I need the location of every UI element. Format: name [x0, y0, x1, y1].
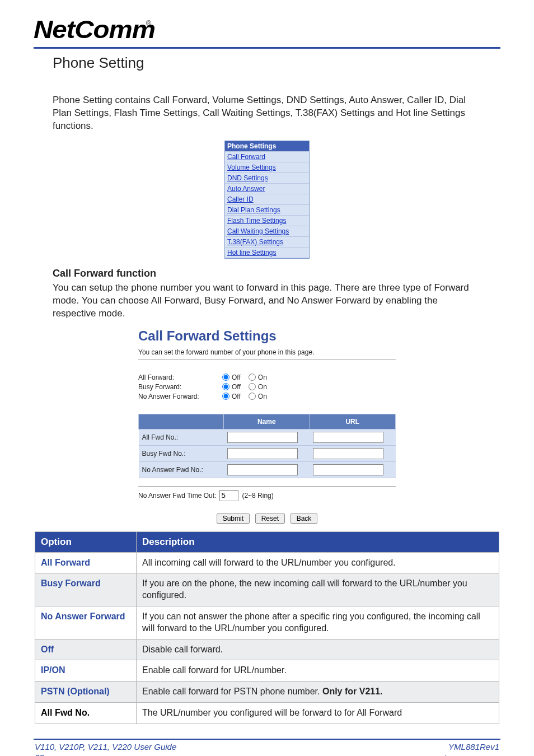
cf-subtitle: You can set the forward number of your p… [138, 348, 396, 356]
url-cell [310, 461, 396, 478]
menu-link[interactable]: DND Settings [227, 174, 268, 182]
table-row: No Answer ForwardIf you can not answer t… [35, 606, 499, 640]
url-input[interactable] [313, 464, 383, 475]
cf-rule [138, 360, 396, 360]
phone-settings-menu: Phone Settings Call ForwardVolume Settin… [224, 141, 310, 259]
call-forward-panel: Call Forward Settings You can set the fo… [138, 328, 396, 524]
table-row: No Answer Fwd No.: [139, 461, 396, 478]
radio-option[interactable]: Off [222, 374, 241, 381]
radio-option[interactable]: On [249, 374, 267, 381]
radio-off[interactable] [222, 374, 229, 381]
radio-option[interactable]: On [249, 393, 267, 400]
radio-row: Busy Forward:OffOn [138, 383, 396, 391]
bold-note: Only for V211. [322, 687, 383, 696]
url-input[interactable] [313, 448, 383, 459]
registered-mark: ® [146, 19, 152, 27]
radio-off[interactable] [222, 383, 229, 390]
forward-number-table: Name URL All Fwd No.:Busy Fwd No.:No Ans… [138, 414, 396, 478]
option-cell: IP/ON [35, 660, 137, 682]
menu-link[interactable]: Call Waiting Settings [227, 227, 289, 235]
radio-row: All Forward:OffOn [138, 374, 396, 381]
menu-link[interactable]: T.38(FAX) Settings [227, 238, 283, 246]
name-input[interactable] [227, 448, 298, 459]
brand-logo: NetComm [34, 16, 155, 44]
menu-item: Hot line Settings [225, 248, 309, 258]
radio-on[interactable] [249, 383, 256, 390]
radio-label: Busy Forward: [138, 383, 222, 391]
radio-row: No Answer Forward:OffOn [138, 393, 396, 400]
menu-item: Call Waiting Settings [225, 226, 309, 237]
option-cell: All Forward [35, 552, 137, 573]
menu-link[interactable]: Hot line Settings [227, 249, 276, 256]
radio-on[interactable] [249, 374, 256, 381]
name-cell [224, 461, 310, 478]
section-intro: You can setup the phone number you want … [53, 282, 481, 320]
table-row: All ForwardAll incoming call will forwar… [35, 552, 499, 573]
submit-button[interactable]: Submit [217, 514, 250, 524]
menu-item: Volume Settings [225, 162, 309, 173]
option-description-table: Option Description All ForwardAll incomi… [35, 531, 499, 724]
description-cell: Enable call forward for URL/number. [137, 660, 499, 682]
description-cell: Enable call forward for PSTN phone numbe… [137, 682, 499, 703]
radio-off[interactable] [222, 393, 229, 400]
col-url: URL [310, 414, 396, 429]
table-row: Busy Fwd No.: [139, 445, 396, 461]
page-footer: V110, V210P, V211, V220 User Guide 32 YM… [34, 742, 500, 756]
timeout-hint: (2~8 Ring) [242, 492, 273, 500]
menu-link[interactable]: Caller ID [227, 195, 254, 203]
url-cell [310, 445, 396, 461]
menu-link[interactable]: Volume Settings [227, 164, 276, 171]
radio-option[interactable]: Off [222, 393, 241, 400]
name-input[interactable] [227, 432, 298, 443]
cf-rule2 [138, 486, 396, 487]
col-name: Name [224, 414, 310, 429]
radio-on[interactable] [249, 393, 256, 400]
reset-button[interactable]: Reset [255, 514, 285, 524]
radio-label: No Answer Forward: [138, 393, 222, 400]
menu-item: T.38(FAX) Settings [225, 237, 309, 248]
table-row: Busy ForwardIf you are on the phone, the… [35, 573, 499, 606]
menu-item: Flash Time Settings [225, 216, 309, 226]
description-cell: If you are on the phone, the new incomin… [137, 573, 499, 606]
menu-item: Caller ID [225, 194, 309, 205]
radio-option[interactable]: Off [222, 383, 241, 391]
table-row: OffDisable call forward. [35, 639, 499, 660]
footer-page-number: 32 [35, 753, 176, 756]
menu-item: Dial Plan Settings [225, 205, 309, 216]
cf-title: Call Forward Settings [138, 328, 396, 344]
row-label: All Fwd No.: [139, 429, 224, 445]
table-row: PSTN (Optional)Enable call forward for P… [35, 682, 499, 703]
table-row: All Fwd No.: [139, 429, 396, 445]
option-cell: No Answer Forward [35, 606, 137, 640]
menu-link[interactable]: Dial Plan Settings [227, 206, 280, 214]
name-input[interactable] [227, 464, 298, 475]
menu-link[interactable]: Call Forward [227, 153, 265, 161]
radio-option[interactable]: On [249, 383, 267, 391]
row-label: No Answer Fwd No.: [139, 461, 224, 478]
page-title: Phone Setting [53, 54, 500, 72]
head-option: Option [35, 531, 137, 552]
radio-label: All Forward: [138, 374, 222, 381]
description-cell: All incoming call will forward to the UR… [137, 552, 499, 573]
table-row: All Fwd No.The URL/number you configured… [35, 703, 499, 724]
url-input[interactable] [313, 432, 383, 443]
option-cell: Busy Forward [35, 573, 137, 606]
option-cell: All Fwd No. [35, 703, 137, 724]
description-cell: If you can not answer the phone after a … [137, 606, 499, 640]
menu-link[interactable]: Auto Answer [227, 185, 265, 193]
menu-item: DND Settings [225, 173, 309, 184]
description-cell: The URL/number you configured will be fo… [137, 703, 499, 724]
back-button[interactable]: Back [291, 514, 318, 524]
footer-rule [34, 739, 500, 740]
menu-link[interactable]: Flash Time Settings [227, 217, 286, 225]
option-cell: PSTN (Optional) [35, 682, 137, 703]
timeout-input[interactable] [219, 490, 238, 501]
table-row: IP/ONEnable call forward for URL/number. [35, 660, 499, 682]
name-cell [224, 429, 310, 445]
row-label: Busy Fwd No.: [139, 445, 224, 461]
menu-item: Auto Answer [225, 184, 309, 194]
menu-item: Call Forward [225, 152, 309, 162]
intro-text: Phone Setting contains Call Forward, Vol… [53, 94, 481, 133]
description-cell: Disable call forward. [137, 639, 499, 660]
footer-url: www.netcomm.com.au [415, 753, 499, 756]
